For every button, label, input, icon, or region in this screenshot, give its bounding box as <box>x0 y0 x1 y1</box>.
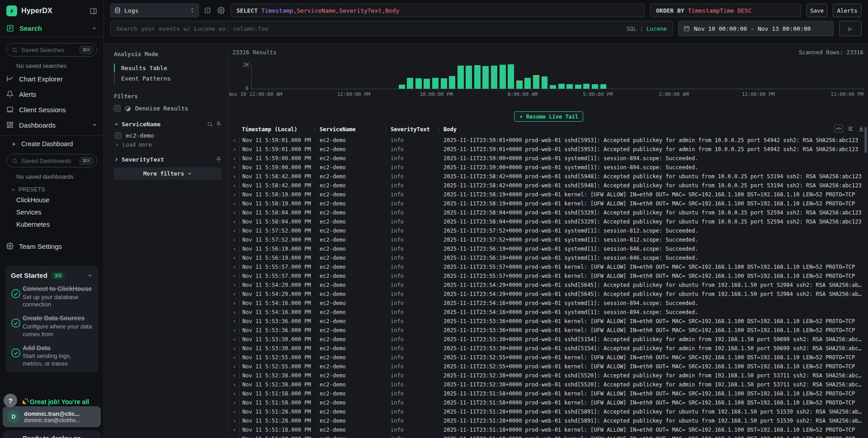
event-search-bar[interactable]: SQL | Lucene <box>110 21 673 36</box>
log-row[interactable]: Nov 11 5:58:04.000 PMec2-demoinfo2025-11… <box>229 217 868 226</box>
log-row[interactable]: Nov 11 5:58:42.000 PMec2-demoinfo2025-11… <box>229 172 868 181</box>
table-scrollbar[interactable] <box>864 127 867 153</box>
preset-dashboard-item[interactable]: Services <box>0 206 104 218</box>
histogram-bar[interactable] <box>575 85 581 89</box>
expand-row-icon[interactable] <box>229 319 239 324</box>
expand-row-icon[interactable] <box>229 211 239 215</box>
log-row[interactable]: Nov 11 5:51:18.000 PMec2-demoinfo2025-11… <box>229 434 868 438</box>
row-density-icon[interactable] <box>847 126 854 132</box>
sidebar-item-search[interactable]: Search <box>0 20 104 37</box>
expand-row-icon[interactable] <box>229 238 239 242</box>
expand-row-icon[interactable] <box>229 365 239 369</box>
log-row[interactable]: Nov 11 5:52:55.000 PMec2-demoinfo2025-11… <box>229 362 868 371</box>
mode-event-patterns[interactable]: Event Patterns <box>115 73 222 84</box>
denoise-results-checkbox[interactable]: Denoise Results <box>114 105 222 112</box>
log-row[interactable]: Nov 11 5:56:19.000 PMec2-demoinfo2025-11… <box>229 244 868 253</box>
run-query-button[interactable]: ▷ <box>839 21 862 36</box>
alerts-button[interactable]: Alerts <box>833 4 862 17</box>
log-row[interactable]: Nov 11 5:55:57.000 PMec2-demoinfo2025-11… <box>229 271 868 281</box>
expand-row-icon[interactable] <box>229 392 239 396</box>
saved-dashboards-input[interactable]: ⌘K <box>6 154 97 167</box>
histogram-bar[interactable] <box>441 78 447 89</box>
histogram-bar[interactable] <box>466 66 472 89</box>
expand-row-icon[interactable] <box>229 428 239 432</box>
filter-group-servicename[interactable]: ServiceName <box>114 121 222 128</box>
log-row[interactable]: Nov 11 5:59:01.000 PMec2-demoinfo2025-11… <box>229 145 868 154</box>
expand-row-icon[interactable] <box>229 265 239 269</box>
filter-group-severitytext[interactable]: SeverityText <box>114 156 222 163</box>
histogram-bar[interactable] <box>449 76 455 89</box>
expand-row-icon[interactable] <box>229 247 239 251</box>
log-row[interactable]: Nov 11 5:54:16.000 PMec2-demoinfo2025-11… <box>229 299 868 308</box>
histogram-bar[interactable] <box>550 85 556 89</box>
histogram-bar[interactable] <box>508 64 514 89</box>
log-row[interactable]: Nov 11 5:59:01.000 PMec2-demoinfo2025-11… <box>229 136 868 145</box>
expand-row-icon[interactable] <box>229 220 239 224</box>
expand-row-icon[interactable] <box>229 256 239 260</box>
expand-row-icon[interactable] <box>229 292 239 296</box>
log-row[interactable]: Nov 11 5:52:55.000 PMec2-demoinfo2025-11… <box>229 353 868 362</box>
pin-icon[interactable] <box>216 157 222 162</box>
filter-value-ec2-demo[interactable]: ec2-demo <box>115 132 222 139</box>
log-row[interactable]: Nov 11 5:55:57.000 PMec2-demoinfo2025-11… <box>229 262 868 271</box>
filter-search-icon[interactable] <box>207 121 213 127</box>
expand-row-icon[interactable] <box>229 157 239 161</box>
checkbox[interactable] <box>114 105 121 112</box>
checkbox[interactable] <box>115 132 122 139</box>
column-body[interactable]: Body <box>439 126 868 133</box>
expand-row-icon[interactable] <box>229 410 239 414</box>
expand-row-icon[interactable] <box>229 356 239 360</box>
resume-live-tail-button[interactable]: Resume Live Tail <box>514 111 584 122</box>
log-row[interactable]: Nov 11 5:58:19.000 PMec2-demoinfo2025-11… <box>229 199 868 208</box>
expand-row-icon[interactable] <box>229 383 239 387</box>
sidebar-item-chart-explorer[interactable]: Chart Explorer <box>0 71 104 86</box>
expand-row-icon[interactable] <box>229 328 239 333</box>
log-row[interactable]: Nov 11 5:52:38.000 PMec2-demoinfo2025-11… <box>229 371 868 380</box>
histogram-bar[interactable] <box>524 78 531 89</box>
preset-dashboard-item[interactable]: Kubernetes <box>0 218 104 230</box>
expand-row-icon[interactable] <box>229 419 239 423</box>
load-more-button[interactable]: Load more <box>115 142 222 148</box>
expand-row-icon[interactable] <box>229 175 239 179</box>
log-row[interactable]: Nov 11 5:53:30.000 PMec2-demoinfo2025-11… <box>229 335 868 344</box>
column-timestamp[interactable]: Timestamp (Local) <box>239 126 316 133</box>
log-row[interactable]: Nov 11 5:54:16.000 PMec2-demoinfo2025-11… <box>229 308 868 317</box>
log-row[interactable]: Nov 11 5:53:36.000 PMec2-demoinfo2025-11… <box>229 317 868 326</box>
histogram-bar[interactable] <box>415 78 422 89</box>
get-started-item[interactable]: Connect to ClickHouseSet up your databas… <box>11 285 93 309</box>
source-select[interactable]: Logs <box>110 4 199 17</box>
histogram-bar[interactable] <box>407 78 413 89</box>
expand-row-icon[interactable] <box>229 193 239 197</box>
histogram-bar[interactable] <box>592 84 598 89</box>
histogram-bar[interactable] <box>566 84 573 89</box>
log-row[interactable]: Nov 11 5:58:42.000 PMec2-demoinfo2025-11… <box>229 181 868 190</box>
saved-searches-input[interactable]: ⌘K <box>6 43 97 57</box>
expand-row-icon[interactable] <box>229 401 239 405</box>
expand-row-icon[interactable] <box>229 138 239 143</box>
column-severitytext[interactable]: SeverityText <box>387 126 439 133</box>
log-row[interactable]: Nov 11 5:54:29.000 PMec2-demoinfo2025-11… <box>229 290 868 299</box>
expand-row-icon[interactable] <box>229 283 239 287</box>
get-started-item[interactable]: Add DataStart sending logs, metrics, or … <box>11 344 93 368</box>
help-button[interactable]: ? <box>4 394 17 407</box>
user-menu[interactable]: D dominic.tran@clic... dominic.tran@clic… <box>3 406 101 427</box>
log-row[interactable]: Nov 11 5:51:28.000 PMec2-demoinfo2025-11… <box>229 416 868 425</box>
log-row[interactable]: Nov 11 5:51:58.000 PMec2-demoinfo2025-11… <box>229 398 868 407</box>
get-started-item[interactable]: Create Data SourcesConfigure where your … <box>11 314 93 338</box>
settings-gear-icon[interactable] <box>216 5 226 15</box>
log-row[interactable]: Nov 11 5:58:04.000 PMec2-demoinfo2025-11… <box>229 208 868 217</box>
histogram-bar[interactable] <box>458 66 464 89</box>
histogram-bar[interactable] <box>474 65 481 89</box>
log-row[interactable]: Nov 11 5:51:18.000 PMec2-demoinfo2025-11… <box>229 425 868 434</box>
histogram-bar[interactable] <box>600 84 607 89</box>
log-row[interactable]: Nov 11 5:53:36.000 PMec2-demoinfo2025-11… <box>229 326 868 335</box>
log-row[interactable]: Nov 11 5:54:29.000 PMec2-demoinfo2025-11… <box>229 281 868 290</box>
collapse-sidebar-icon[interactable] <box>90 7 97 15</box>
presets-toggle[interactable]: PRESETS <box>11 186 97 193</box>
chevron-up-icon[interactable] <box>91 25 97 31</box>
saved-searches-field[interactable] <box>21 47 80 53</box>
log-row[interactable]: Nov 11 5:51:28.000 PMec2-demoinfo2025-11… <box>229 407 868 416</box>
sidebar-item-alerts[interactable]: Alerts <box>0 86 104 102</box>
log-row[interactable]: Nov 11 5:56:19.000 PMec2-demoinfo2025-11… <box>229 253 868 262</box>
sidebar-item-team-settings[interactable]: Team Settings <box>0 238 104 254</box>
